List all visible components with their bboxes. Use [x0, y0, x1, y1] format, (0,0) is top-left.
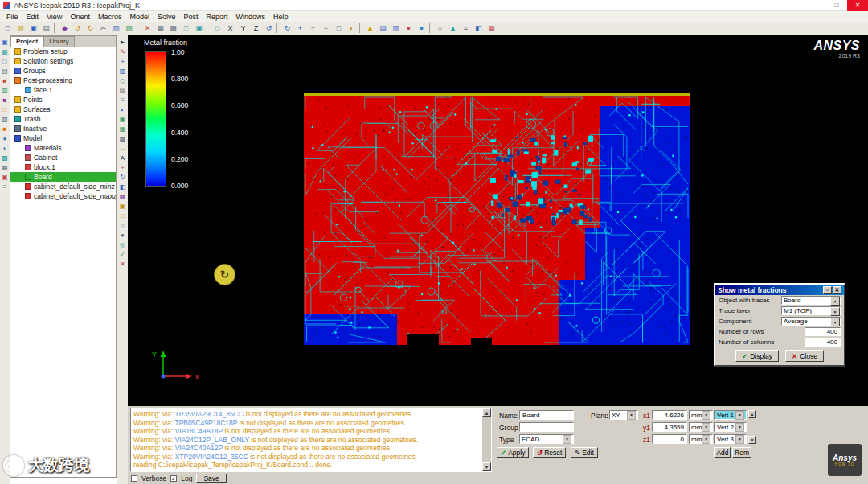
orient-tool-icon[interactable]: ◐	[346, 23, 358, 34]
tree-item-trash[interactable]: Trash	[10, 114, 116, 124]
rotate-object-icon[interactable]: ↻	[118, 173, 127, 182]
scroll-down-icon[interactable]: ▼	[482, 462, 491, 471]
group-objects-icon[interactable]: ▣	[118, 202, 127, 211]
add-vertex-button[interactable]: Add	[714, 447, 731, 458]
center-object-icon[interactable]: ◐	[118, 105, 127, 114]
new-project-icon[interactable]: □	[2, 23, 14, 34]
scale-object-icon[interactable]: ◇	[118, 76, 127, 85]
vert2-select[interactable]: Vert 2	[714, 422, 747, 432]
dialog-close-button[interactable]: ✕Close	[785, 350, 824, 362]
tree-item-groups[interactable]: Groups	[10, 66, 116, 76]
world-view-icon[interactable]: ●	[416, 23, 428, 34]
save-button[interactable]: Save	[196, 474, 226, 483]
create-heat-exchanger-icon[interactable]: ▦	[1, 47, 10, 56]
ungroup-objects-icon[interactable]: □	[118, 211, 127, 220]
tree-item-board[interactable]: Board	[10, 172, 116, 182]
vert-spin-down-icon[interactable]: ▼	[748, 436, 756, 444]
undo-icon[interactable]: ↺	[72, 23, 84, 34]
edit-object-icon[interactable]: ✎	[118, 47, 127, 56]
vert3-select[interactable]: Vert 3	[714, 434, 747, 444]
trace-layer-select[interactable]: M1 (TOP)	[781, 306, 841, 315]
y1-input[interactable]: 4.3559	[652, 422, 687, 432]
create-fan-icon[interactable]: ●	[1, 134, 10, 143]
create-plate-icon[interactable]: ■	[1, 96, 10, 105]
color-settings-icon[interactable]: ●	[403, 23, 415, 34]
delete-icon[interactable]: ✕	[141, 23, 154, 34]
edit-button[interactable]: ✎Edit	[571, 447, 598, 458]
create-heatsink-icon[interactable]: ▦	[1, 163, 10, 172]
probe-point-icon[interactable]: ○	[434, 23, 446, 34]
axis-z-icon[interactable]: Z	[250, 23, 262, 34]
view-iso-icon[interactable]: ◇	[211, 23, 223, 34]
print-icon[interactable]: ▤	[40, 23, 52, 34]
number-of-columns-input[interactable]: 400	[805, 338, 841, 347]
zoom-out-icon[interactable]: −	[320, 23, 332, 34]
match-edges-icon[interactable]: ▦	[118, 125, 127, 133]
align-icon[interactable]: ≡	[460, 23, 472, 34]
menu-file[interactable]: File	[2, 13, 23, 21]
name-input[interactable]: Board	[519, 410, 574, 420]
menu-help[interactable]: Help	[269, 13, 293, 21]
menu-post[interactable]: Post	[179, 13, 202, 21]
close-button[interactable]: ✕	[847, 0, 868, 11]
tree-item-solution-settings[interactable]: Solution settings	[10, 56, 116, 66]
view-front-icon[interactable]: □	[180, 23, 192, 34]
remove-vertex-button[interactable]: Rem	[732, 447, 751, 458]
create-enclosure-icon[interactable]: □	[1, 105, 10, 114]
log-checkbox[interactable]: ✓	[170, 475, 177, 482]
message-console[interactable]: Warning: via: TP35VIA29C14_85CC is not d…	[130, 408, 492, 472]
create-grille-icon[interactable]: ▤	[1, 67, 10, 76]
fit-window-icon[interactable]: □	[333, 23, 345, 34]
pan-view-icon[interactable]: +	[294, 23, 306, 34]
tree-item-model[interactable]: Model	[10, 133, 116, 143]
zoom-selection-icon[interactable]: ◎	[118, 240, 127, 249]
menu-orient[interactable]: Orient	[66, 13, 94, 21]
object-list-icon[interactable]: ▤	[377, 23, 389, 34]
z1-unit-select[interactable]: mm	[689, 434, 713, 444]
tree-item-points[interactable]: Points	[10, 95, 116, 105]
dialog-title-bar[interactable]: Show metal fractions ▫ ✕	[715, 285, 844, 295]
y1-unit-select[interactable]: mm	[689, 422, 713, 432]
view-top-icon[interactable]: ▣	[193, 23, 205, 34]
align-edges-icon[interactable]: ≡	[118, 96, 127, 105]
create-blower-icon[interactable]: ◐	[1, 144, 10, 153]
save-project-icon[interactable]: ▣	[27, 23, 39, 34]
tree-item-face-1[interactable]: face.1	[10, 85, 116, 95]
screenshot-icon[interactable]: ◆	[59, 23, 71, 34]
create-assembly-icon[interactable]: ▣	[1, 38, 10, 47]
create-pcb-icon[interactable]: ▥	[1, 86, 10, 95]
display-options-icon[interactable]: ▥	[390, 23, 402, 34]
local-coords-icon[interactable]: +	[118, 163, 127, 172]
minimize-button[interactable]: —	[805, 0, 826, 11]
menu-view[interactable]: View	[43, 13, 66, 21]
paste-icon[interactable]: ▧	[123, 23, 135, 34]
display-button[interactable]: ✓Display	[735, 350, 779, 362]
x1-unit-select[interactable]: mm	[689, 410, 713, 420]
tree-item-materials[interactable]: Materials	[10, 143, 116, 153]
measure-distance-icon[interactable]: ↔	[118, 144, 127, 153]
create-source-icon[interactable]: ■	[1, 76, 10, 85]
measure-icon[interactable]: ▲	[447, 23, 459, 34]
object-with-traces-select[interactable]: Board	[781, 296, 841, 305]
console-scrollbar[interactable]: ▲ ▼	[482, 408, 491, 471]
hide-object-icon[interactable]: ○	[118, 221, 127, 230]
array-copy-icon[interactable]: ▦	[118, 192, 127, 201]
menu-macros[interactable]: Macros	[94, 13, 126, 21]
zoom-in-icon[interactable]: +	[307, 23, 319, 34]
apply-button[interactable]: ✓Apply	[497, 447, 529, 458]
select-mode-icon[interactable]: ►	[118, 38, 127, 47]
maximize-button[interactable]: □	[826, 0, 847, 11]
copy-object-icon[interactable]: ▥	[118, 67, 127, 76]
menu-report[interactable]: Report	[202, 13, 231, 21]
tree-item-surfaces[interactable]: Surfaces	[10, 105, 116, 114]
cut-icon[interactable]: ✂	[97, 23, 109, 34]
axis-y-icon[interactable]: Y	[237, 23, 249, 34]
vert1-select[interactable]: Vert 1	[714, 410, 747, 420]
check-model-icon[interactable]: ✓	[118, 250, 127, 259]
tree-item-post-processing[interactable]: Post-processing	[10, 76, 116, 85]
delete-object-icon[interactable]: ✕	[118, 260, 127, 269]
reset-button[interactable]: ↺Reset	[533, 447, 566, 458]
scroll-up-icon[interactable]: ▲	[482, 408, 491, 417]
redo-icon[interactable]: ↻	[84, 23, 96, 34]
tree-item-cabinet[interactable]: Cabinet	[10, 153, 116, 162]
